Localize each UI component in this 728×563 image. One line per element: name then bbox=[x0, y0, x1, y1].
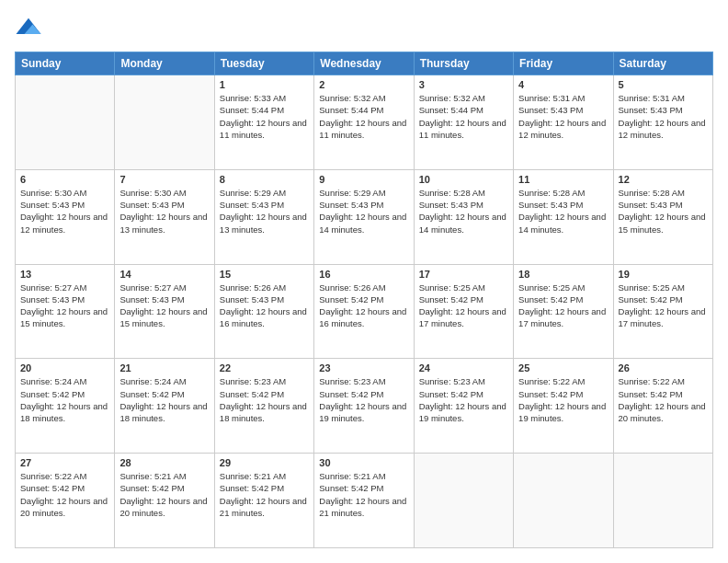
cell-content: Sunrise: 5:22 AMSunset: 5:42 PMDaylight:… bbox=[20, 470, 109, 519]
calendar-cell: 28Sunrise: 5:21 AMSunset: 5:42 PMDayligh… bbox=[115, 454, 214, 548]
cell-content: Sunrise: 5:25 AMSunset: 5:42 PMDaylight:… bbox=[619, 282, 708, 330]
calendar-cell: 8Sunrise: 5:29 AMSunset: 5:43 PMDaylight… bbox=[214, 169, 313, 264]
day-number: 21 bbox=[119, 362, 209, 373]
calendar-cell: 20Sunrise: 5:24 AMSunset: 5:42 PMDayligh… bbox=[16, 359, 115, 454]
day-number: 10 bbox=[419, 174, 508, 185]
week-row-5: 27Sunrise: 5:22 AMSunset: 5:42 PMDayligh… bbox=[16, 454, 713, 548]
cell-content: Sunrise: 5:31 AMSunset: 5:43 PMDaylight:… bbox=[518, 92, 608, 141]
calendar-cell: 15Sunrise: 5:26 AMSunset: 5:43 PMDayligh… bbox=[214, 264, 313, 359]
weekday-tuesday: Tuesday bbox=[214, 52, 313, 75]
logo bbox=[15, 15, 46, 42]
cell-content: Sunrise: 5:31 AMSunset: 5:43 PMDaylight:… bbox=[619, 92, 708, 141]
day-number: 11 bbox=[518, 174, 608, 185]
cell-content: Sunrise: 5:22 AMSunset: 5:42 PMDaylight:… bbox=[619, 375, 708, 424]
calendar-cell: 2Sunrise: 5:32 AMSunset: 5:44 PMDaylight… bbox=[314, 75, 414, 170]
calendar-cell: 1Sunrise: 5:33 AMSunset: 5:44 PMDaylight… bbox=[214, 75, 313, 170]
weekday-sunday: Sunday bbox=[16, 52, 115, 75]
cell-content: Sunrise: 5:21 AMSunset: 5:42 PMDaylight:… bbox=[220, 470, 309, 519]
week-row-4: 20Sunrise: 5:24 AMSunset: 5:42 PMDayligh… bbox=[16, 359, 713, 454]
day-number: 29 bbox=[220, 457, 309, 468]
weekday-saturday: Saturday bbox=[613, 52, 712, 75]
day-number: 22 bbox=[220, 362, 309, 373]
cell-content: Sunrise: 5:33 AMSunset: 5:44 PMDaylight:… bbox=[220, 92, 309, 141]
cell-content: Sunrise: 5:24 AMSunset: 5:42 PMDaylight:… bbox=[20, 375, 109, 424]
cell-content: Sunrise: 5:30 AMSunset: 5:43 PMDaylight:… bbox=[20, 187, 109, 236]
calendar-cell: 5Sunrise: 5:31 AMSunset: 5:43 PMDaylight… bbox=[613, 75, 712, 170]
calendar-cell: 6Sunrise: 5:30 AMSunset: 5:43 PMDaylight… bbox=[16, 169, 115, 264]
weekday-friday: Friday bbox=[514, 52, 613, 75]
weekday-header-row: SundayMondayTuesdayWednesdayThursdayFrid… bbox=[16, 52, 713, 75]
calendar-cell: 25Sunrise: 5:22 AMSunset: 5:42 PMDayligh… bbox=[514, 359, 613, 454]
calendar-cell: 17Sunrise: 5:25 AMSunset: 5:42 PMDayligh… bbox=[414, 264, 513, 359]
cell-content: Sunrise: 5:23 AMSunset: 5:42 PMDaylight:… bbox=[319, 375, 408, 424]
calendar-cell: 3Sunrise: 5:32 AMSunset: 5:44 PMDaylight… bbox=[414, 75, 513, 170]
day-number: 2 bbox=[319, 79, 408, 90]
day-number: 15 bbox=[220, 269, 309, 280]
calendar-cell bbox=[514, 454, 613, 548]
day-number: 14 bbox=[119, 269, 209, 280]
week-row-2: 6Sunrise: 5:30 AMSunset: 5:43 PMDaylight… bbox=[16, 169, 713, 264]
weekday-wednesday: Wednesday bbox=[314, 52, 414, 75]
day-number: 1 bbox=[220, 79, 309, 90]
day-number: 18 bbox=[518, 269, 608, 280]
cell-content: Sunrise: 5:27 AMSunset: 5:43 PMDaylight:… bbox=[119, 282, 209, 330]
calendar-cell: 30Sunrise: 5:21 AMSunset: 5:42 PMDayligh… bbox=[314, 454, 414, 548]
calendar-cell: 9Sunrise: 5:29 AMSunset: 5:43 PMDaylight… bbox=[314, 169, 414, 264]
cell-content: Sunrise: 5:26 AMSunset: 5:42 PMDaylight:… bbox=[319, 282, 408, 330]
cell-content: Sunrise: 5:22 AMSunset: 5:42 PMDaylight:… bbox=[518, 375, 608, 424]
day-number: 26 bbox=[619, 362, 708, 373]
calendar-cell: 21Sunrise: 5:24 AMSunset: 5:42 PMDayligh… bbox=[115, 359, 214, 454]
calendar-cell: 19Sunrise: 5:25 AMSunset: 5:42 PMDayligh… bbox=[613, 264, 712, 359]
cell-content: Sunrise: 5:25 AMSunset: 5:42 PMDaylight:… bbox=[518, 282, 608, 330]
day-number: 27 bbox=[20, 457, 109, 468]
cell-content: Sunrise: 5:23 AMSunset: 5:42 PMDaylight:… bbox=[419, 375, 508, 424]
cell-content: Sunrise: 5:23 AMSunset: 5:42 PMDaylight:… bbox=[220, 375, 309, 424]
day-number: 30 bbox=[319, 457, 408, 468]
cell-content: Sunrise: 5:26 AMSunset: 5:43 PMDaylight:… bbox=[220, 282, 309, 330]
header bbox=[15, 15, 713, 42]
calendar-cell: 7Sunrise: 5:30 AMSunset: 5:43 PMDaylight… bbox=[115, 169, 214, 264]
calendar-cell: 29Sunrise: 5:21 AMSunset: 5:42 PMDayligh… bbox=[214, 454, 313, 548]
day-number: 16 bbox=[319, 269, 408, 280]
cell-content: Sunrise: 5:30 AMSunset: 5:43 PMDaylight:… bbox=[119, 187, 209, 236]
day-number: 28 bbox=[119, 457, 209, 468]
page: SundayMondayTuesdayWednesdayThursdayFrid… bbox=[0, 0, 728, 563]
cell-content: Sunrise: 5:21 AMSunset: 5:42 PMDaylight:… bbox=[119, 470, 209, 519]
day-number: 20 bbox=[20, 362, 109, 373]
day-number: 25 bbox=[518, 362, 608, 373]
calendar-cell: 22Sunrise: 5:23 AMSunset: 5:42 PMDayligh… bbox=[214, 359, 313, 454]
cell-content: Sunrise: 5:29 AMSunset: 5:43 PMDaylight:… bbox=[319, 187, 408, 236]
day-number: 13 bbox=[20, 269, 109, 280]
cell-content: Sunrise: 5:29 AMSunset: 5:43 PMDaylight:… bbox=[220, 187, 309, 236]
calendar-cell: 27Sunrise: 5:22 AMSunset: 5:42 PMDayligh… bbox=[16, 454, 115, 548]
day-number: 4 bbox=[518, 79, 608, 90]
cell-content: Sunrise: 5:21 AMSunset: 5:42 PMDaylight:… bbox=[319, 470, 408, 519]
cell-content: Sunrise: 5:32 AMSunset: 5:44 PMDaylight:… bbox=[419, 92, 508, 141]
week-row-3: 13Sunrise: 5:27 AMSunset: 5:43 PMDayligh… bbox=[16, 264, 713, 359]
cell-content: Sunrise: 5:28 AMSunset: 5:43 PMDaylight:… bbox=[518, 187, 608, 236]
calendar-cell: 13Sunrise: 5:27 AMSunset: 5:43 PMDayligh… bbox=[16, 264, 115, 359]
calendar-cell bbox=[115, 75, 214, 170]
day-number: 7 bbox=[119, 174, 209, 185]
cell-content: Sunrise: 5:32 AMSunset: 5:44 PMDaylight:… bbox=[319, 92, 408, 141]
day-number: 3 bbox=[419, 79, 508, 90]
cell-content: Sunrise: 5:25 AMSunset: 5:42 PMDaylight:… bbox=[419, 282, 508, 330]
calendar-cell: 11Sunrise: 5:28 AMSunset: 5:43 PMDayligh… bbox=[514, 169, 613, 264]
calendar-cell: 16Sunrise: 5:26 AMSunset: 5:42 PMDayligh… bbox=[314, 264, 414, 359]
day-number: 5 bbox=[619, 79, 708, 90]
calendar-cell: 18Sunrise: 5:25 AMSunset: 5:42 PMDayligh… bbox=[514, 264, 613, 359]
calendar-cell: 4Sunrise: 5:31 AMSunset: 5:43 PMDaylight… bbox=[514, 75, 613, 170]
day-number: 23 bbox=[319, 362, 408, 373]
calendar-cell: 14Sunrise: 5:27 AMSunset: 5:43 PMDayligh… bbox=[115, 264, 214, 359]
calendar-cell: 12Sunrise: 5:28 AMSunset: 5:43 PMDayligh… bbox=[613, 169, 712, 264]
calendar-cell: 10Sunrise: 5:28 AMSunset: 5:43 PMDayligh… bbox=[414, 169, 513, 264]
calendar-cell bbox=[16, 75, 115, 170]
day-number: 8 bbox=[220, 174, 309, 185]
cell-content: Sunrise: 5:27 AMSunset: 5:43 PMDaylight:… bbox=[20, 282, 109, 330]
calendar-table: SundayMondayTuesdayWednesdayThursdayFrid… bbox=[15, 52, 713, 548]
calendar-cell: 24Sunrise: 5:23 AMSunset: 5:42 PMDayligh… bbox=[414, 359, 513, 454]
cell-content: Sunrise: 5:24 AMSunset: 5:42 PMDaylight:… bbox=[119, 375, 209, 424]
calendar-cell bbox=[414, 454, 513, 548]
day-number: 17 bbox=[419, 269, 508, 280]
day-number: 6 bbox=[20, 174, 109, 185]
